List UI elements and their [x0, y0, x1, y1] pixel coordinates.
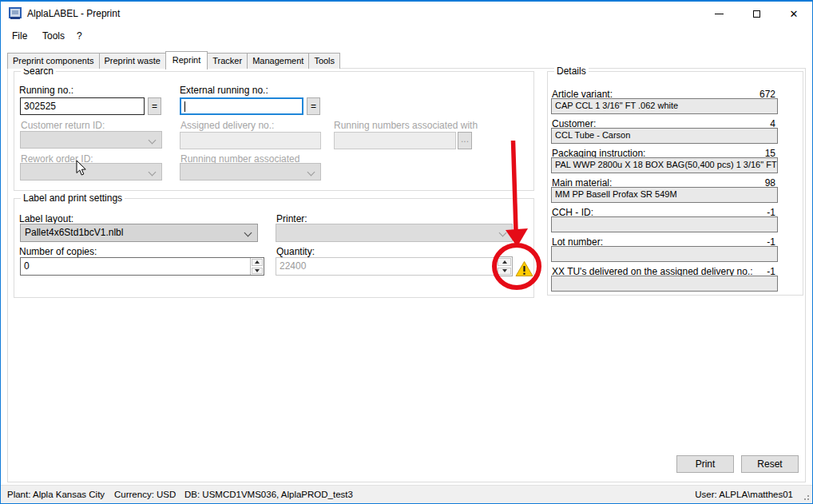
print-button[interactable]: Print	[676, 455, 734, 473]
spin-down-button[interactable]	[252, 268, 263, 275]
tab-reprint[interactable]: Reprint	[165, 51, 208, 69]
detail-value-cch-id	[551, 216, 778, 232]
maximize-button[interactable]	[738, 2, 775, 26]
detail-value-text: CCL Tube - Carson	[555, 130, 630, 140]
detail-value-main-material: MM PP Basell Profax SR 549M	[551, 187, 778, 203]
quantity-value: 22400	[280, 260, 306, 272]
spin-up-button[interactable]	[252, 259, 263, 266]
status-user: User: ALPLA\matthes01	[695, 490, 793, 499]
detail-value-xx-tus-delivered	[551, 276, 778, 292]
rework-order-id-combobox	[20, 163, 162, 181]
tab-strip: Preprint components Preprint waste Repri…	[7, 50, 339, 69]
menu-help[interactable]: ?	[77, 26, 82, 46]
maximize-icon	[753, 10, 760, 18]
external-running-no-input[interactable]	[180, 97, 303, 115]
app-window: AlplaLABEL - Preprint ✕ File Tools ? Pre…	[0, 0, 813, 504]
chevron-down-icon	[499, 229, 507, 237]
spin-down-button[interactable]	[498, 268, 511, 276]
tab-tools[interactable]: Tools	[308, 53, 340, 69]
menu-tools[interactable]: Tools	[42, 26, 65, 46]
warning-icon	[515, 260, 533, 277]
running-no-input[interactable]: 302525	[20, 97, 145, 115]
external-running-no-equals-button[interactable]: =	[307, 97, 320, 115]
resize-grip-icon[interactable]	[802, 493, 810, 501]
detail-value-customer: CCL Tube - Carson	[551, 128, 778, 144]
label-layout-label: Label layout:	[19, 213, 73, 224]
label-print-settings-caption: Label and print settings	[21, 192, 125, 204]
spin-down-icon	[255, 269, 260, 272]
spin-up-icon	[255, 260, 260, 264]
label-layout-value: Pallet4x6Std1bcV1.nlbl	[25, 227, 123, 238]
number-of-copies-value: 0	[24, 260, 30, 272]
status-currency: Currency: USD	[114, 490, 176, 499]
close-icon: ✕	[790, 9, 799, 19]
window-title: AlplaLABEL - Preprint	[27, 8, 120, 19]
chevron-down-icon	[149, 137, 157, 145]
spin-up-icon	[502, 260, 507, 264]
running-numbers-associated-with-input	[334, 132, 456, 149]
tab-management[interactable]: Management	[247, 53, 309, 69]
assigned-delivery-no-label: Assigned delivery no.:	[180, 120, 274, 131]
detail-value-lot-number	[551, 246, 778, 262]
menu-bar: File Tools ?	[1, 26, 812, 46]
text-caret	[184, 101, 185, 112]
running-no-label: Running no.:	[19, 85, 73, 96]
printer-label: Printer:	[276, 213, 307, 224]
tab-tracker[interactable]: Tracker	[207, 53, 248, 69]
running-no-value: 302525	[24, 101, 56, 112]
status-db: DB: USMCD1VMS036, AlplaPROD_test3	[184, 490, 353, 499]
quantity-spinner-buttons[interactable]	[496, 256, 513, 276]
tab-preprint-waste[interactable]: Preprint waste	[99, 53, 166, 69]
running-numbers-associated-with-label: Running numbers associated with	[334, 120, 478, 131]
detail-value-text: MM PP Basell Profax SR 549M	[555, 189, 677, 199]
detail-value-text: CAP CCL 1 3/16" FT .062 white	[555, 101, 678, 110]
spin-up-button[interactable]	[498, 258, 511, 266]
title-bar[interactable]: AlplaLABEL - Preprint ✕	[1, 1, 812, 26]
quantity-label: Quantity:	[276, 246, 315, 257]
chevron-down-icon	[244, 229, 252, 237]
status-bar: Plant: Alpla Kansas City Currency: USD D…	[1, 485, 812, 503]
browse-button: ...	[458, 132, 472, 149]
running-number-associated-combobox	[180, 163, 321, 181]
detail-value-article-variant: CAP CCL 1 3/16" FT .062 white	[551, 98, 778, 114]
running-no-equals-button[interactable]: =	[148, 97, 161, 115]
details-group-caption: Details	[554, 65, 589, 77]
chevron-down-icon	[307, 169, 315, 177]
spinner-buttons	[250, 258, 264, 275]
minimize-icon	[715, 14, 724, 14]
spin-down-icon	[502, 269, 507, 272]
customer-return-id-combobox	[20, 131, 162, 149]
minimize-button[interactable]	[700, 2, 737, 26]
close-button[interactable]: ✕	[775, 2, 812, 26]
status-plant: Plant: Alpla Kansas City	[7, 490, 105, 499]
external-running-no-label: External running no.:	[180, 85, 268, 96]
menu-file[interactable]: File	[12, 26, 27, 46]
detail-value-text: PAL WWP 2800u X 18 BOX BAG(50,400 pcs) 1…	[555, 160, 777, 169]
label-layout-combobox[interactable]: Pallet4x6Std1bcV1.nlbl	[20, 224, 258, 242]
number-of-copies-label: Number of copies:	[19, 246, 97, 257]
customer-return-id-label: Customer return ID:	[21, 120, 105, 131]
app-icon	[9, 7, 22, 20]
number-of-copies-spinner[interactable]: 0	[20, 257, 264, 276]
chevron-down-icon	[149, 169, 157, 177]
detail-value-packaging-instruction: PAL WWP 2800u X 18 BOX BAG(50,400 pcs) 1…	[551, 157, 778, 173]
tab-preprint-components[interactable]: Preprint components	[7, 53, 100, 69]
quantity-input: 22400	[276, 257, 495, 276]
printer-combobox	[276, 224, 513, 242]
assigned-delivery-no-input	[180, 132, 321, 149]
reset-button[interactable]: Reset	[741, 455, 799, 473]
